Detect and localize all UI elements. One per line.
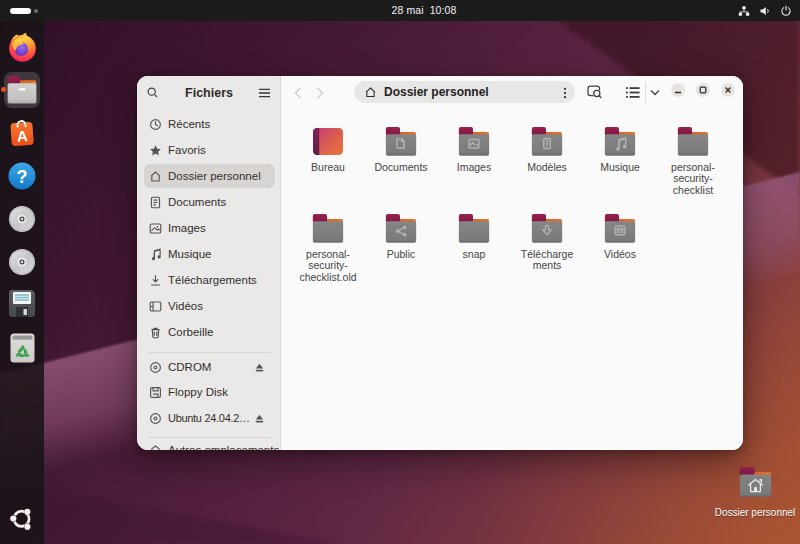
svg-text:?: ?: [17, 167, 28, 187]
svg-text:A: A: [16, 127, 28, 145]
